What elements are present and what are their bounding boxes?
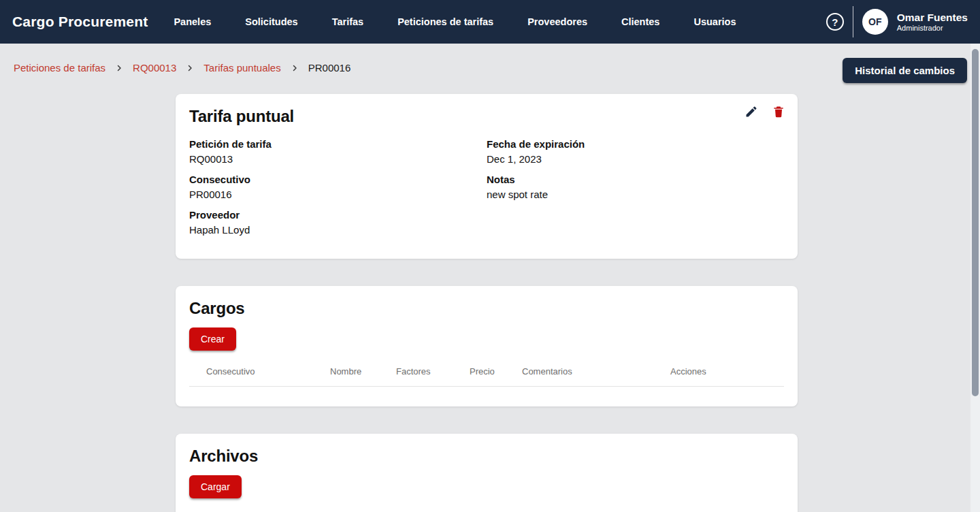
- archivos-title: Archivos: [189, 446, 784, 466]
- nav-item-tarifas[interactable]: Tarifas: [332, 16, 363, 27]
- field-label: Fecha de expiración: [487, 138, 784, 150]
- page-header-row: Peticiones de tarifas RQ00013 Tarifas pu…: [0, 44, 980, 94]
- avatar[interactable]: OF: [862, 9, 888, 35]
- field-label: Consecutivo: [189, 174, 487, 185]
- history-of-changes-button[interactable]: Historial de cambios: [843, 58, 967, 83]
- user-role: Administrador: [897, 24, 968, 33]
- cargos-card: Cargos Crear Consecutivo Nombre Factores…: [176, 286, 798, 406]
- edit-pencil-icon[interactable]: [745, 105, 758, 118]
- nav-item-usuarios[interactable]: Usuarios: [693, 16, 736, 27]
- nav-item-peticiones-de-tarifas[interactable]: Peticiones de tarifas: [397, 16, 493, 27]
- field-label: Petición de tarifa: [189, 138, 487, 150]
- chevron-right-icon: [115, 64, 123, 72]
- card-title: Tarifa puntual: [189, 106, 784, 127]
- navbar-divider: [853, 6, 853, 37]
- breadcrumb-tarifas-puntuales[interactable]: Tarifas puntuales: [203, 62, 280, 74]
- col-precio: Precio: [470, 366, 522, 377]
- col-consecutivo: Consecutivo: [206, 366, 330, 377]
- breadcrumb-peticiones-de-tarifas[interactable]: Peticiones de tarifas: [14, 62, 105, 74]
- detail-fields: Petición de tarifa RQ00013 Fecha de expi…: [189, 138, 784, 236]
- breadcrumb-current-pr00016: PR00016: [308, 62, 351, 74]
- field-label: Proveedor: [189, 209, 487, 221]
- chevron-right-icon: [291, 64, 299, 72]
- top-navbar: Cargo Procurement Paneles Solicitudes Ta…: [0, 0, 980, 44]
- main-content: Tarifa puntual Petición de tarifa RQ0001…: [176, 94, 798, 512]
- chevron-right-icon: [186, 64, 194, 72]
- user-name: Omar Fuentes: [897, 12, 968, 24]
- col-nombre: Nombre: [330, 366, 396, 377]
- brand-logo[interactable]: Cargo Procurement: [12, 14, 148, 30]
- tarifa-puntual-card: Tarifa puntual Petición de tarifa RQ0001…: [176, 94, 798, 259]
- field-value: Hapah LLoyd: [189, 224, 487, 236]
- field-value: Dec 1, 2023: [487, 153, 784, 165]
- upload-file-button[interactable]: Cargar: [189, 475, 242, 498]
- breadcrumb: Peticiones de tarifas RQ00013 Tarifas pu…: [14, 62, 350, 74]
- nav-item-paneles[interactable]: Paneles: [174, 16, 211, 27]
- col-comentarios: Comentarios: [522, 366, 670, 377]
- scrollbar-track[interactable]: [970, 44, 980, 512]
- navbar-right: ? OF Omar Fuentes Administrador: [826, 6, 968, 37]
- nav-item-clientes[interactable]: Clientes: [621, 16, 659, 27]
- field-value: RQ00013: [189, 153, 487, 165]
- delete-trash-icon[interactable]: [772, 105, 785, 118]
- nav-item-proveedores[interactable]: Proveedores: [527, 16, 587, 27]
- cargos-title: Cargos: [189, 298, 784, 319]
- breadcrumb-rq00013[interactable]: RQ00013: [133, 62, 176, 74]
- field-notas: Notas new spot rate: [487, 174, 784, 200]
- field-consecutivo: Consecutivo PR00016: [189, 174, 487, 200]
- col-acciones: Acciones: [670, 366, 706, 377]
- user-menu[interactable]: Omar Fuentes Administrador: [897, 12, 968, 32]
- card-actions: [745, 105, 785, 118]
- create-cargo-button[interactable]: Crear: [189, 327, 236, 351]
- field-value: PR00016: [189, 189, 487, 200]
- nav-item-solicitudes[interactable]: Solicitudes: [245, 16, 297, 27]
- cargos-table-header: Consecutivo Nombre Factores Precio Comen…: [189, 366, 784, 387]
- main-nav: Paneles Solicitudes Tarifas Peticiones d…: [174, 16, 736, 27]
- field-value: new spot rate: [487, 189, 784, 200]
- col-factores: Factores: [396, 366, 470, 377]
- field-proveedor: Proveedor Hapah LLoyd: [189, 209, 487, 236]
- field-label: Notas: [487, 174, 784, 185]
- help-icon[interactable]: ?: [826, 13, 844, 31]
- field-peticion-de-tarifa: Petición de tarifa RQ00013: [189, 138, 487, 165]
- field-fecha-de-expiracion: Fecha de expiración Dec 1, 2023: [487, 138, 784, 165]
- archivos-card: Archivos Cargar: [176, 434, 798, 512]
- scrollbar-thumb[interactable]: [972, 49, 979, 396]
